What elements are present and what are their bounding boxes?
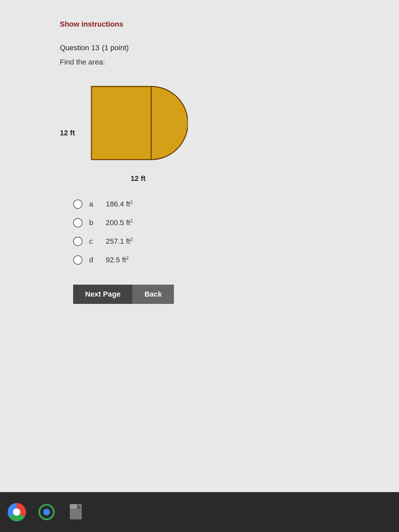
shape-svg — [88, 83, 188, 171]
buttons-row: Next Page Back — [73, 285, 339, 304]
radio-a[interactable] — [73, 200, 82, 209]
option-value-c: 257.1 ft2 — [106, 237, 133, 246]
figure-label-bottom: 12 ft — [131, 174, 146, 183]
options-container: a 186.4 ft2 b 200.5 ft2 c 257.1 ft2 d 92… — [73, 200, 339, 265]
option-value-d: 92.5 ft2 — [106, 255, 129, 264]
figure-label-left: 12 ft — [60, 129, 75, 137]
chrome-dev-icon[interactable] — [37, 502, 57, 522]
question-header: Question 13 (1 point) — [60, 42, 339, 53]
files-icon[interactable] — [66, 502, 86, 522]
taskbar — [0, 492, 399, 532]
radio-d[interactable] — [73, 255, 82, 265]
question-prompt: Find the area: — [60, 58, 339, 66]
svg-point-4 — [43, 509, 50, 515]
main-content: Show instructions Question 13 (1 point) … — [0, 0, 399, 492]
next-page-button[interactable]: Next Page — [73, 285, 132, 304]
option-row-c: c 257.1 ft2 — [73, 237, 339, 246]
option-label-a: a — [89, 200, 99, 208]
svg-rect-6 — [70, 504, 77, 509]
back-button[interactable]: Back — [132, 285, 174, 304]
option-value-b: 200.5 ft2 — [106, 218, 133, 227]
option-row-a: a 186.4 ft2 — [73, 200, 339, 209]
radio-b[interactable] — [73, 218, 82, 227]
option-label-b: b — [89, 218, 99, 227]
radio-c[interactable] — [73, 237, 82, 246]
question-points: (1 point) — [102, 44, 129, 52]
option-label-c: c — [89, 237, 99, 246]
svg-rect-0 — [91, 86, 151, 160]
show-instructions-link[interactable]: Show instructions — [60, 20, 339, 29]
option-row-b: b 200.5 ft2 — [73, 218, 339, 227]
question-number: Question 13 — [60, 44, 99, 52]
option-value-a: 186.4 ft2 — [106, 200, 133, 208]
option-label-d: d — [89, 256, 99, 264]
figure-container: 12 ft 12 ft — [60, 83, 339, 183]
shape-wrapper: 12 ft — [88, 83, 188, 183]
option-row-d: d 92.5 ft2 — [73, 255, 339, 265]
chrome-icon[interactable] — [7, 502, 27, 522]
